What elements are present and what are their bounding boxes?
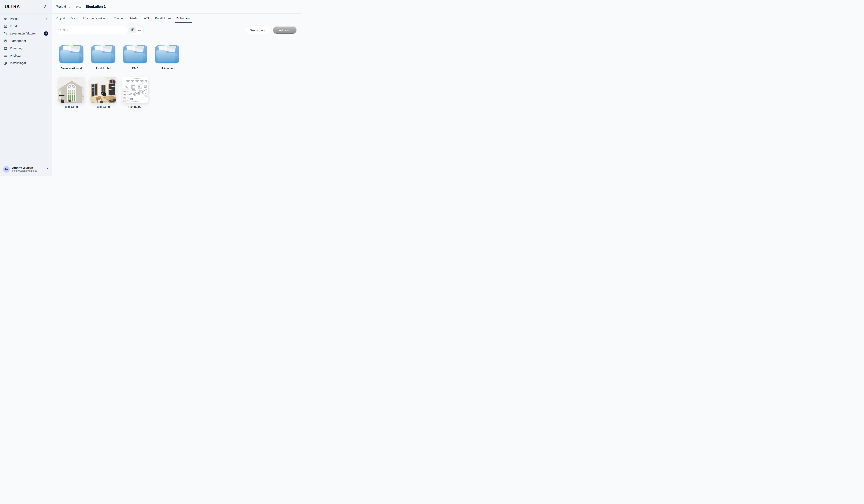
svg-text:Upload compl: Upload compl — [123, 98, 126, 99]
files-row: Bild 1.png — [58, 77, 297, 108]
user-email: johnny.wulcan@ultra.se — [12, 169, 44, 172]
tab-timmar[interactable]: Timmar — [114, 14, 124, 23]
upload-button[interactable]: Ladda upp — [273, 26, 297, 34]
svg-text:SEKTION C - C: SEKTION C - C — [137, 90, 142, 91]
tab-leverantorsfakturor[interactable]: Leverantörsfakturor — [83, 14, 109, 23]
svg-text:Upload compl: Upload compl — [123, 101, 126, 102]
notifications-button[interactable] — [42, 4, 47, 10]
folder-ritningar[interactable]: Ritningar — [154, 44, 180, 70]
unread-count-badge: 4 — [44, 32, 48, 36]
sidebar-item-leverantorsfakturor[interactable]: Leverantörsfakturor 4 — [2, 30, 50, 37]
calendar-icon — [3, 46, 7, 50]
project-tabs: Projekt Offert Leverantörsfakturor Timma… — [52, 14, 301, 23]
folder-produktblad[interactable]: Produktblad — [90, 44, 116, 70]
sidebar-nav: Projekt Kunder Leverantörsfakturor 4 — [0, 14, 52, 67]
file-bild-1-png[interactable]: Bild 1.png — [58, 77, 84, 108]
documents-toolbar: Skapa mapp Ladda upp — [56, 26, 297, 34]
folder-delas-med-kund[interactable]: Delas med kund — [58, 44, 84, 70]
main-area: Projekt 1001 Stenkullen 1 Projekt Offert… — [52, 0, 301, 176]
file-thumbnail — [58, 77, 84, 103]
sidebar: ULTRA Projekt Kunder — [0, 0, 52, 176]
svg-text:Upload compl: Upload compl — [123, 95, 126, 96]
breadcrumb-projekt-link[interactable]: Projekt — [56, 5, 66, 9]
sidebar-item-prislistor[interactable]: Prislistor — [2, 52, 50, 59]
search-box — [56, 26, 127, 34]
file-thumbnail — [90, 77, 116, 103]
id-card-icon — [3, 24, 7, 28]
documents-grid: Delas med kund Produktblad — [52, 34, 301, 108]
photo-bild1 — [59, 77, 84, 103]
svg-text:A-A: A-A — [135, 83, 136, 84]
folders-row: Delas med kund Produktblad — [58, 44, 297, 70]
user-name: Johnny Wulcan — [12, 166, 44, 170]
svg-text:DET 2: DET 2 — [145, 89, 147, 90]
tab-kundfaktura[interactable]: Kundfaktura — [155, 14, 171, 23]
tab-dokument[interactable]: Dokument — [176, 14, 191, 23]
sidebar-item-kunder[interactable]: Kunder — [2, 23, 50, 30]
user-menu[interactable]: JW Johnny Wulcan johnny.wulcan@ultra.se — [0, 163, 52, 176]
tab-projekt[interactable]: Projekt — [56, 14, 65, 23]
file-thumbnail: Bridge-drawing A-A DETAIL 1 SEKTION D - — [122, 77, 148, 103]
list-view-button[interactable] — [136, 27, 143, 33]
grid-view-icon — [131, 28, 135, 32]
file-ritning-pdf[interactable]: Bridge-drawing A-A DETAIL 1 SEKTION D - — [122, 77, 148, 108]
chevron-right-icon — [68, 5, 71, 8]
list-view-icon — [138, 28, 141, 32]
view-mode-toggle — [129, 26, 144, 34]
tab-ata[interactable]: ÄTA — [144, 14, 150, 23]
brand-logo: ULTRA — [5, 4, 20, 9]
sidebar-header: ULTRA — [0, 0, 52, 14]
sidebar-item-projekt[interactable]: Projekt — [2, 15, 50, 23]
tab-offert[interactable]: Offert — [70, 14, 78, 23]
sidebar-item-tidrapporter[interactable]: Tidrapporter — [2, 37, 50, 45]
updown-chevron-icon — [46, 168, 49, 171]
svg-text:Bridge-drawing: Bridge-drawing — [134, 78, 140, 79]
folder-icon — [122, 44, 148, 64]
page-title: Stenkullen 1 — [86, 5, 106, 9]
create-folder-button[interactable]: Skapa mapp — [245, 26, 271, 34]
building-icon — [3, 17, 7, 21]
search-icon — [58, 28, 61, 32]
chevron-right-icon — [45, 17, 48, 20]
folder-kma[interactable]: KMA — [122, 44, 148, 70]
grid-view-button[interactable] — [129, 27, 136, 33]
project-number-badge: 1001 — [74, 4, 83, 9]
photo-bild2 — [91, 77, 116, 103]
file-bild-2-png[interactable]: Bild 2.png — [90, 77, 116, 108]
folder-icon — [59, 44, 84, 64]
list-icon — [3, 53, 7, 58]
folder-icon — [155, 44, 180, 64]
avatar: JW — [3, 166, 10, 172]
app-window: ULTRA Projekt Kunder — [0, 0, 301, 176]
sidebar-item-planering[interactable]: Planering — [2, 45, 50, 52]
sidebar-item-installningar[interactable]: Inställningar — [2, 59, 50, 67]
tab-artiklar[interactable]: Artiklar — [129, 14, 139, 23]
svg-text:SEKTION D - D: SEKTION D - D — [131, 90, 136, 91]
pdf-preview-bridge-drawing: Bridge-drawing A-A DETAIL 1 SEKTION D - — [122, 77, 148, 103]
svg-text:VY 3D: VY 3D — [136, 98, 138, 99]
clock-icon — [3, 39, 7, 43]
breadcrumb: Projekt 1001 Stenkullen 1 — [52, 0, 301, 14]
search-input[interactable] — [63, 28, 124, 32]
gear-icon — [3, 61, 7, 65]
folder-icon — [91, 44, 116, 64]
bell-icon — [43, 4, 47, 9]
svg-text:Uploaded 4 files: Uploaded 4 files — [123, 89, 128, 89]
svg-text:Upload compl: Upload compl — [123, 92, 126, 93]
cart-icon — [3, 32, 7, 35]
